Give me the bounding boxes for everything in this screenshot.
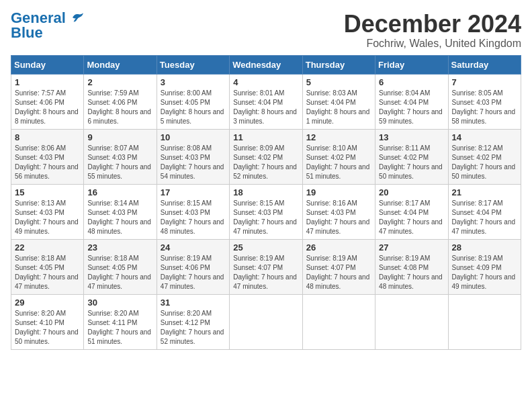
day-number: 24: [161, 242, 226, 253]
day-info: Sunrise: 8:18 AM Sunset: 4:05 PM Dayligh…: [87, 254, 152, 291]
day-number: 16: [87, 187, 152, 197]
day-info: Sunrise: 8:19 AM Sunset: 4:08 PM Dayligh…: [379, 254, 444, 291]
day-number: 22: [15, 242, 80, 253]
day-info: Sunrise: 8:18 AM Sunset: 4:05 PM Dayligh…: [15, 254, 80, 291]
day-info: Sunrise: 8:11 AM Sunset: 4:02 PM Dayligh…: [379, 144, 444, 181]
day-number: 29: [15, 298, 80, 308]
day-number: 19: [306, 187, 371, 197]
weekday-header-friday: Friday: [375, 55, 448, 74]
calendar-table: SundayMondayTuesdayWednesdayThursdayFrid…: [11, 55, 521, 350]
day-number: 6: [379, 77, 444, 87]
day-number: 4: [233, 77, 298, 87]
day-info: Sunrise: 8:15 AM Sunset: 4:03 PM Dayligh…: [161, 199, 226, 236]
day-number: 31: [161, 298, 226, 308]
calendar-cell: 12Sunrise: 8:10 AM Sunset: 4:02 PM Dayli…: [302, 129, 375, 184]
day-info: Sunrise: 8:17 AM Sunset: 4:04 PM Dayligh…: [452, 199, 517, 236]
day-info: Sunrise: 8:19 AM Sunset: 4:06 PM Dayligh…: [161, 254, 226, 291]
day-number: 1: [15, 77, 80, 87]
weekday-header-tuesday: Tuesday: [157, 55, 229, 74]
day-number: 26: [306, 242, 371, 253]
calendar-cell: 31Sunrise: 8:20 AM Sunset: 4:12 PM Dayli…: [157, 294, 229, 349]
day-number: 9: [87, 132, 152, 142]
title-area: December 2024 Fochriw, Wales, United Kin…: [344, 11, 521, 50]
day-number: 7: [452, 77, 517, 87]
location: Fochriw, Wales, United Kingdom: [344, 38, 521, 50]
day-info: Sunrise: 8:06 AM Sunset: 4:03 PM Dayligh…: [15, 144, 80, 181]
calendar-week-row: 1Sunrise: 7:57 AM Sunset: 4:06 PM Daylig…: [11, 74, 521, 129]
calendar-cell: 3Sunrise: 8:00 AM Sunset: 4:05 PM Daylig…: [157, 74, 229, 129]
day-info: Sunrise: 8:10 AM Sunset: 4:02 PM Dayligh…: [306, 144, 371, 181]
calendar-week-row: 22Sunrise: 8:18 AM Sunset: 4:05 PM Dayli…: [11, 239, 521, 294]
day-info: Sunrise: 8:12 AM Sunset: 4:02 PM Dayligh…: [452, 144, 517, 181]
calendar-cell: 4Sunrise: 8:01 AM Sunset: 4:04 PM Daylig…: [230, 74, 302, 129]
calendar-cell: 19Sunrise: 8:16 AM Sunset: 4:03 PM Dayli…: [302, 184, 375, 239]
calendar-cell: [302, 294, 375, 349]
calendar-week-row: 15Sunrise: 8:13 AM Sunset: 4:03 PM Dayli…: [11, 184, 521, 239]
day-info: Sunrise: 8:15 AM Sunset: 4:03 PM Dayligh…: [233, 199, 298, 236]
day-info: Sunrise: 8:09 AM Sunset: 4:02 PM Dayligh…: [233, 144, 298, 181]
day-info: Sunrise: 8:14 AM Sunset: 4:03 PM Dayligh…: [87, 199, 152, 236]
weekday-header-wednesday: Wednesday: [230, 55, 302, 74]
day-info: Sunrise: 7:59 AM Sunset: 4:06 PM Dayligh…: [87, 89, 152, 126]
calendar-cell: 11Sunrise: 8:09 AM Sunset: 4:02 PM Dayli…: [230, 129, 302, 184]
day-info: Sunrise: 8:17 AM Sunset: 4:04 PM Dayligh…: [379, 199, 444, 236]
calendar-cell: 22Sunrise: 8:18 AM Sunset: 4:05 PM Dayli…: [11, 239, 84, 294]
calendar-cell: [375, 294, 448, 349]
day-number: 15: [15, 187, 80, 197]
logo-blue-text: Blue: [11, 24, 43, 41]
day-info: Sunrise: 8:16 AM Sunset: 4:03 PM Dayligh…: [306, 199, 371, 236]
day-info: Sunrise: 8:19 AM Sunset: 4:07 PM Dayligh…: [306, 254, 371, 291]
calendar-cell: 15Sunrise: 8:13 AM Sunset: 4:03 PM Dayli…: [11, 184, 84, 239]
day-number: 11: [233, 132, 298, 142]
day-info: Sunrise: 8:20 AM Sunset: 4:12 PM Dayligh…: [161, 309, 226, 347]
weekday-header-monday: Monday: [84, 55, 157, 74]
day-number: 23: [87, 242, 152, 253]
calendar-cell: 23Sunrise: 8:18 AM Sunset: 4:05 PM Dayli…: [84, 239, 157, 294]
calendar-cell: 7Sunrise: 8:05 AM Sunset: 4:03 PM Daylig…: [448, 74, 521, 129]
page-header: General Blue December 2024 Fochriw, Wale…: [11, 11, 521, 50]
calendar-week-row: 8Sunrise: 8:06 AM Sunset: 4:03 PM Daylig…: [11, 129, 521, 184]
day-number: 17: [161, 187, 226, 197]
day-number: 3: [161, 77, 226, 87]
day-number: 12: [306, 132, 371, 142]
day-number: 8: [15, 132, 80, 142]
calendar-cell: 6Sunrise: 8:04 AM Sunset: 4:04 PM Daylig…: [375, 74, 448, 129]
day-info: Sunrise: 8:07 AM Sunset: 4:03 PM Dayligh…: [87, 144, 152, 181]
calendar-cell: 28Sunrise: 8:19 AM Sunset: 4:09 PM Dayli…: [448, 239, 521, 294]
calendar-cell: [448, 294, 521, 349]
calendar-cell: 8Sunrise: 8:06 AM Sunset: 4:03 PM Daylig…: [11, 129, 84, 184]
weekday-header-row: SundayMondayTuesdayWednesdayThursdayFrid…: [11, 55, 521, 74]
day-info: Sunrise: 8:13 AM Sunset: 4:03 PM Dayligh…: [15, 199, 80, 236]
calendar-cell: 20Sunrise: 8:17 AM Sunset: 4:04 PM Dayli…: [375, 184, 448, 239]
calendar-cell: 13Sunrise: 8:11 AM Sunset: 4:02 PM Dayli…: [375, 129, 448, 184]
calendar-cell: 29Sunrise: 8:20 AM Sunset: 4:10 PM Dayli…: [11, 294, 84, 349]
calendar-cell: 14Sunrise: 8:12 AM Sunset: 4:02 PM Dayli…: [448, 129, 521, 184]
day-info: Sunrise: 8:19 AM Sunset: 4:07 PM Dayligh…: [233, 254, 298, 291]
calendar-week-row: 29Sunrise: 8:20 AM Sunset: 4:10 PM Dayli…: [11, 294, 521, 349]
calendar-cell: [230, 294, 302, 349]
calendar-cell: 21Sunrise: 8:17 AM Sunset: 4:04 PM Dayli…: [448, 184, 521, 239]
day-info: Sunrise: 8:00 AM Sunset: 4:05 PM Dayligh…: [161, 89, 226, 126]
day-info: Sunrise: 8:19 AM Sunset: 4:09 PM Dayligh…: [452, 254, 517, 291]
day-info: Sunrise: 8:05 AM Sunset: 4:03 PM Dayligh…: [452, 89, 517, 126]
day-info: Sunrise: 8:20 AM Sunset: 4:11 PM Dayligh…: [87, 309, 152, 347]
calendar-cell: 16Sunrise: 8:14 AM Sunset: 4:03 PM Dayli…: [84, 184, 157, 239]
day-info: Sunrise: 8:20 AM Sunset: 4:10 PM Dayligh…: [15, 309, 80, 347]
day-number: 20: [379, 187, 444, 197]
day-number: 5: [306, 77, 371, 87]
bird-icon: [71, 12, 85, 23]
logo-text: General: [11, 11, 85, 26]
calendar-cell: 26Sunrise: 8:19 AM Sunset: 4:07 PM Dayli…: [302, 239, 375, 294]
day-number: 30: [87, 298, 152, 308]
weekday-header-saturday: Saturday: [448, 55, 521, 74]
day-info: Sunrise: 8:01 AM Sunset: 4:04 PM Dayligh…: [233, 89, 298, 126]
calendar-cell: 30Sunrise: 8:20 AM Sunset: 4:11 PM Dayli…: [84, 294, 157, 349]
day-number: 13: [379, 132, 444, 142]
day-number: 25: [233, 242, 298, 253]
day-info: Sunrise: 8:08 AM Sunset: 4:03 PM Dayligh…: [161, 144, 226, 181]
month-title: December 2024: [344, 11, 521, 38]
day-number: 27: [379, 242, 444, 253]
day-number: 21: [452, 187, 517, 197]
calendar-cell: 5Sunrise: 8:03 AM Sunset: 4:04 PM Daylig…: [302, 74, 375, 129]
day-number: 18: [233, 187, 298, 197]
